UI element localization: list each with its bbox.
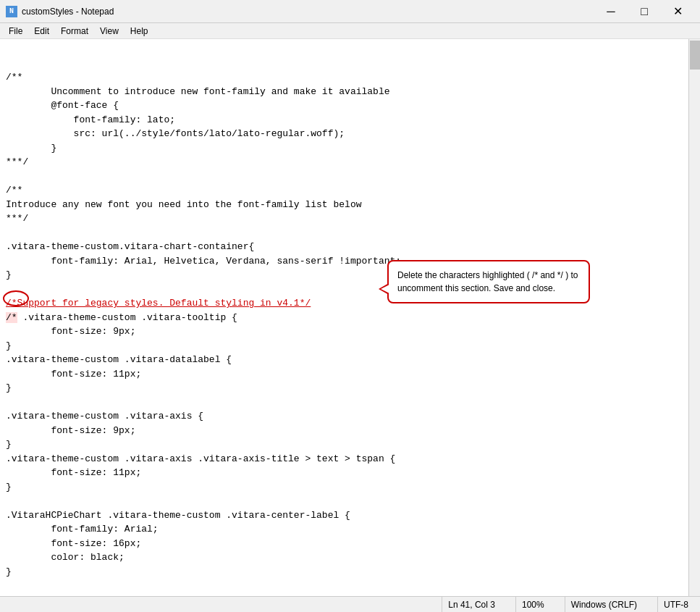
menu-view[interactable]: View <box>94 25 125 38</box>
code-line: .vitara-theme-custom .vitara-axis .vitar… <box>6 452 694 466</box>
code-line: } <box>6 268 694 282</box>
window-title: customStyles - Notepad <box>22 7 594 17</box>
maximize-button[interactable]: □ <box>628 0 661 23</box>
code-line: font-size: 11px; <box>6 466 694 480</box>
title-bar: N customStyles - Notepad ─ □ ✕ <box>0 0 700 23</box>
scrollbar-thumb[interactable] <box>690 41 700 70</box>
code-line <box>6 282 694 297</box>
zoom-level: 100% <box>515 597 550 612</box>
code-line: /** <box>6 70 694 85</box>
menu-format[interactable]: Format <box>55 25 94 38</box>
status-bar: Ln 41, Col 3 100% Windows (CRLF) UTF-8 <box>0 596 700 612</box>
vertical-scrollbar[interactable] <box>688 39 700 596</box>
close-button[interactable]: ✕ <box>661 0 694 23</box>
menu-bar: File Edit Format View Help <box>0 23 700 39</box>
menu-file[interactable]: File <box>3 25 28 38</box>
menu-help[interactable]: Help <box>125 25 154 38</box>
menu-edit[interactable]: Edit <box>28 25 55 38</box>
code-area[interactable]: /** Uncomment to introduce new font-fami… <box>0 42 700 596</box>
code-line: src: url(../style/fonts/lato/lato-regula… <box>6 127 694 141</box>
code-line: } <box>6 339 694 353</box>
code-line: .vitara-theme-custom.vitara-chart-contai… <box>6 240 694 254</box>
code-line: color: black; <box>6 550 694 565</box>
code-line: } <box>6 381 694 395</box>
code-line: font-size: 9px; <box>6 324 694 339</box>
code-line <box>6 494 694 508</box>
code-line: font-size: 11px; <box>6 367 694 382</box>
window-controls: ─ □ ✕ <box>594 0 694 23</box>
code-line: ***/ <box>6 155 694 169</box>
editor-content[interactable]: /** Uncomment to introduce new font-fami… <box>0 39 700 596</box>
code-line <box>6 226 694 240</box>
code-line: Introduce any new font you need into the… <box>6 198 694 212</box>
code-line <box>6 169 694 184</box>
code-line: .vitara-theme-custom .vitara-axis { <box>6 409 694 424</box>
code-line: } <box>6 141 694 156</box>
code-line: font-family: Arial, Helvetica, Verdana, … <box>6 254 694 269</box>
code-line: } <box>6 480 694 495</box>
code-line <box>6 579 694 593</box>
line-endings: Windows (CRLF) <box>565 597 643 612</box>
code-line: .vitara-theme-custom .highcharts-title{ <box>6 593 694 597</box>
code-line: font-size: 16px; <box>6 537 694 551</box>
code-line: @font-face { <box>6 98 694 113</box>
code-line: Uncomment to introduce new font-family a… <box>6 85 694 99</box>
cursor-position: Ln 41, Col 3 <box>442 597 501 612</box>
code-line: .vitara-theme-custom .vitara-datalabel { <box>6 353 694 367</box>
code-line: } <box>6 437 694 452</box>
app-icon: N <box>6 6 17 17</box>
code-line: ***/ <box>6 211 694 226</box>
code-line: /* .vitara-theme-custom .vitara-tooltip … <box>6 311 694 325</box>
code-line <box>6 395 694 410</box>
code-line: .VitaraHCPieChart .vitara-theme-custom .… <box>6 508 694 523</box>
callout-annotation: Delete the characters highlighted ( /* a… <box>387 260 590 303</box>
code-line: font-family: lato; <box>6 113 694 127</box>
minimize-button[interactable]: ─ <box>594 0 628 23</box>
code-line: font-family: Arial; <box>6 522 694 537</box>
editor-container: /** Uncomment to introduce new font-fami… <box>0 39 700 596</box>
code-line: } <box>6 565 694 579</box>
code-line: font-size: 9px; <box>6 424 694 438</box>
code-line: /** <box>6 183 694 198</box>
encoding: UTF-8 <box>657 597 694 612</box>
code-line: /*Support for legacy styles. Default sty… <box>6 296 694 311</box>
